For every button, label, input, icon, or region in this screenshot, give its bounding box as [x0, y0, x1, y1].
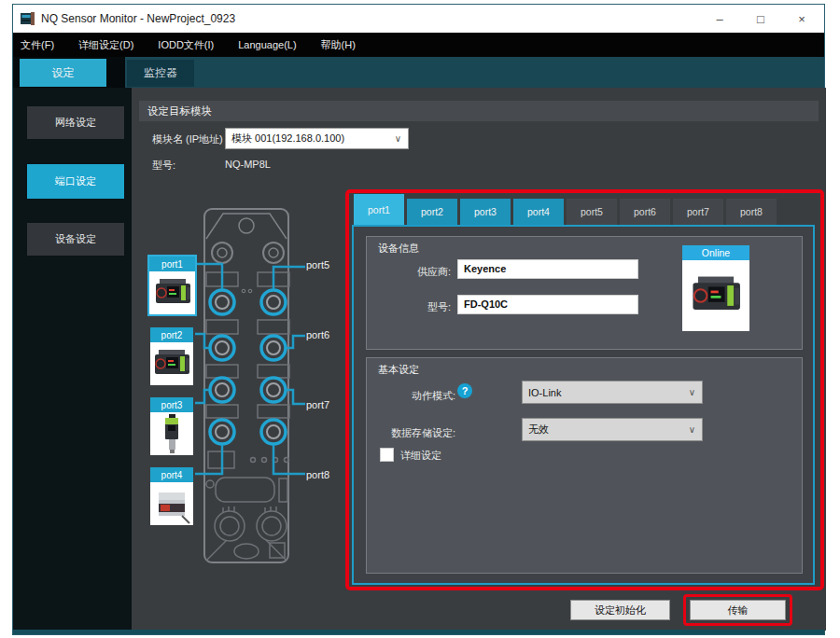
port4-badge: port4 — [150, 467, 193, 482]
vendor-label: 供应商: — [371, 265, 451, 279]
port-tab-8[interactable]: port8 — [726, 199, 777, 225]
port4-thumbnail — [150, 482, 193, 525]
module-select[interactable]: 模块 001(192.168.0.100) ∨ — [225, 128, 409, 149]
advanced-settings-label: 详细设定 — [400, 449, 441, 463]
port1-settings-page: 设备信息 供应商: Keyence 型号: FD-Q10C Online 基本设… — [352, 225, 815, 585]
module-model-value: NQ-MP8L — [225, 159, 271, 170]
basic-settings-title: 基本设定 — [378, 363, 419, 377]
port4-device[interactable]: port4 — [150, 467, 193, 525]
sidebar-item-network-settings[interactable]: 网络设定 — [27, 106, 124, 139]
chevron-down-icon: ∨ — [689, 424, 695, 435]
device-photo-image — [686, 268, 746, 324]
port2-thumbnail — [150, 342, 193, 385]
help-icon[interactable]: ? — [457, 383, 472, 398]
transfer-button[interactable]: 传输 — [690, 600, 786, 620]
port1-badge: port1 — [149, 257, 195, 271]
device-model-input[interactable]: FD-Q10C — [457, 295, 638, 314]
port1-device-image — [151, 272, 194, 313]
sidebar-item-device-settings[interactable]: 设备设定 — [27, 223, 124, 256]
sidebar-item-port-settings[interactable]: 端口设定 — [27, 164, 124, 199]
main-content: 设定目标模块 模块名 (IP地址) : 模块 001(192.168.0.100… — [132, 88, 826, 631]
port1-device[interactable]: port1 — [147, 255, 197, 316]
close-icon[interactable]: × — [781, 5, 822, 33]
target-module-header: 设定目标模块 — [139, 101, 819, 121]
device-info-panel: 设备信息 供应商: Keyence 型号: FD-Q10C Online — [366, 236, 803, 350]
sidebar: 网络设定 端口设定 设备设定 — [13, 88, 132, 631]
app-icon — [21, 11, 35, 26]
port3-device[interactable]: port3 — [150, 397, 193, 455]
port-tab-5[interactable]: port5 — [567, 199, 617, 225]
port3-badge: port3 — [150, 397, 193, 412]
port3-device-image — [150, 412, 193, 455]
minimize-icon[interactable]: – — [699, 5, 740, 33]
basic-settings-panel: 基本设定 动作模式: ? IO-Link ∨ 数据存储设定: 无效 ∨ 详细设定 — [366, 357, 803, 574]
data-storage-select[interactable]: 无效 ∨ — [522, 418, 703, 441]
init-settings-button[interactable]: 设定初始化 — [570, 600, 670, 620]
port-tab-1[interactable]: port1 — [354, 194, 404, 225]
port-tab-4[interactable]: port4 — [513, 199, 564, 225]
port-tab-3[interactable]: port3 — [460, 199, 511, 225]
port-tab-7[interactable]: port7 — [673, 199, 723, 225]
window-title: NQ Sensor Monitor - NewProject_0923 — [41, 12, 235, 25]
port2-device[interactable]: port2 — [150, 327, 193, 385]
menu-language[interactable]: Language(L) — [238, 39, 296, 50]
operation-mode-select[interactable]: IO-Link ∨ — [522, 381, 703, 404]
port-tab-6[interactable]: port6 — [620, 199, 670, 225]
device-photo — [682, 260, 749, 331]
maximize-icon[interactable]: □ — [740, 5, 781, 33]
data-storage-label: 数据存储设定: — [376, 426, 455, 440]
tab-row-background — [125, 57, 824, 88]
window-controls: – □ × — [699, 5, 822, 33]
data-storage-value: 无效 — [528, 423, 549, 437]
port2-device-image — [150, 343, 193, 384]
device-info-title: 设备信息 — [378, 242, 419, 256]
tab-monitor[interactable]: 监控器 — [127, 60, 194, 87]
port1-thumbnail — [149, 271, 195, 314]
title-bar: NQ Sensor Monitor - NewProject_0923 – □ … — [13, 5, 824, 33]
menu-detail-settings[interactable]: 详细设定(D) — [78, 38, 133, 52]
online-status-badge: Online — [682, 245, 749, 260]
port5-label: port5 — [306, 259, 329, 270]
menu-file[interactable]: 文件(F) — [21, 38, 54, 52]
app-window: NQ Sensor Monitor - NewProject_0923 – □ … — [12, 4, 825, 635]
port8-label: port8 — [306, 469, 329, 480]
module-select-value: 模块 001(192.168.0.100) — [231, 132, 344, 146]
port6-label: port6 — [306, 329, 329, 340]
advanced-settings-checkbox[interactable] — [380, 448, 394, 462]
menu-bar: 文件(F) 详细设定(D) IODD文件(I) Language(L) 帮助(H… — [13, 33, 824, 57]
menu-iodd-file[interactable]: IODD文件(I) — [158, 38, 214, 52]
port3-thumbnail — [150, 412, 193, 455]
port7-label: port7 — [306, 399, 329, 410]
port-tab-2[interactable]: port2 — [407, 199, 457, 225]
menu-help[interactable]: 帮助(H) — [321, 38, 356, 52]
device-model-label: 型号: — [371, 300, 451, 314]
operation-mode-value: IO-Link — [528, 387, 561, 398]
port2-badge: port2 — [150, 327, 193, 342]
chevron-down-icon: ∨ — [395, 133, 401, 144]
module-model-label: 型号: — [152, 159, 175, 173]
main-tab-row: 设定 监控器 — [13, 57, 824, 88]
window-bottom-border — [13, 630, 824, 634]
operation-mode-label: 动作模式: — [376, 389, 455, 403]
module-name-label: 模块名 (IP地址) : — [152, 132, 229, 146]
chevron-down-icon: ∨ — [689, 387, 695, 397]
tab-settings[interactable]: 设定 — [20, 59, 106, 87]
vendor-input[interactable]: Keyence — [457, 259, 638, 279]
port4-device-image — [150, 482, 193, 525]
